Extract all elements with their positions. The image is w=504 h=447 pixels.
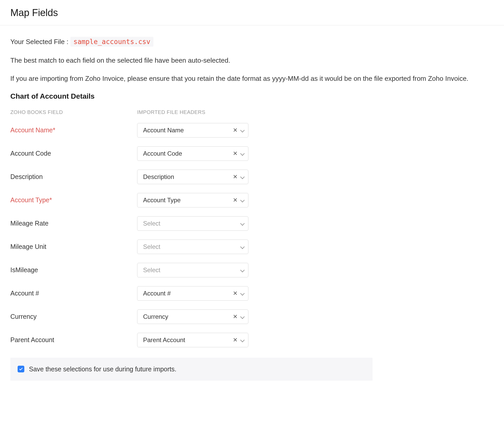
zoho-invoice-note: If you are importing from Zoho Invoice, …: [10, 74, 494, 83]
clear-icon[interactable]: ✕: [232, 173, 239, 181]
chevron-down-icon[interactable]: [240, 128, 245, 133]
mapping-row: Account Name*Account Name✕: [10, 123, 494, 138]
field-label: Currency: [10, 313, 137, 320]
mapping-select[interactable]: Select: [137, 263, 248, 277]
mapping-select-wrap: Select: [137, 240, 248, 254]
mapping-row: CurrencyCurrency✕: [10, 309, 494, 324]
field-label: IsMileage: [10, 266, 137, 274]
selected-file-chip: sample_accounts.csv: [70, 37, 153, 47]
save-selections-label: Save these selections for use during fut…: [29, 365, 176, 373]
select-icons: [240, 240, 245, 254]
mapping-select-wrap: Description✕: [137, 170, 248, 184]
mapping-rows: Account Name*Account Name✕Account CodeAc…: [10, 123, 494, 347]
mapping-select-wrap: Select: [137, 263, 248, 277]
mapping-row: Parent AccountParent Account✕: [10, 333, 494, 347]
mapping-select-wrap: Account #✕: [137, 286, 248, 301]
field-label: Mileage Unit: [10, 243, 137, 250]
mapping-select-wrap: Account Type✕: [137, 193, 248, 207]
field-label: Account #: [10, 290, 137, 297]
mapping-select-wrap: Currency✕: [137, 309, 248, 324]
chevron-down-icon[interactable]: [240, 175, 245, 179]
mapping-select[interactable]: Select: [137, 240, 248, 254]
field-label: Parent Account: [10, 336, 137, 344]
select-icons: ✕: [232, 286, 245, 301]
mapping-column-headers: ZOHO BOOKS FIELD IMPORTED FILE HEADERS: [10, 109, 494, 115]
auto-match-note: The best match to each field on the sele…: [10, 56, 494, 65]
column-header-imported-header: IMPORTED FILE HEADERS: [137, 109, 248, 115]
clear-icon[interactable]: ✕: [232, 313, 239, 321]
mapping-select-wrap: Select: [137, 216, 248, 231]
field-label: Mileage Rate: [10, 220, 137, 227]
chevron-down-icon[interactable]: [240, 244, 245, 249]
chevron-down-icon[interactable]: [240, 268, 245, 272]
select-icons: [240, 216, 245, 231]
mapping-row: Mileage RateSelect: [10, 216, 494, 231]
mapping-select-wrap: Account Code✕: [137, 146, 248, 161]
mapping-select-wrap: Parent Account✕: [137, 333, 248, 347]
select-icons: ✕: [232, 146, 245, 161]
select-icons: ✕: [232, 123, 245, 138]
chevron-down-icon[interactable]: [240, 221, 245, 226]
select-icons: ✕: [232, 333, 245, 347]
clear-icon[interactable]: ✕: [232, 336, 239, 344]
select-icons: [240, 263, 245, 277]
select-icons: ✕: [232, 309, 245, 324]
mapping-select-wrap: Account Name✕: [137, 123, 248, 138]
save-selections-bar: Save these selections for use during fut…: [10, 358, 373, 381]
clear-icon[interactable]: ✕: [232, 126, 239, 134]
select-icons: ✕: [232, 170, 245, 184]
mapping-row: Account #Account #✕: [10, 286, 494, 301]
mapping-row: DescriptionDescription✕: [10, 170, 494, 184]
selected-file-prefix: Your Selected File :: [10, 38, 70, 46]
field-label: Account Code: [10, 150, 137, 157]
mapping-row: IsMileageSelect: [10, 263, 494, 277]
save-selections-checkbox[interactable]: [18, 366, 24, 372]
clear-icon[interactable]: ✕: [232, 150, 239, 157]
section-title: Chart of Account Details: [10, 92, 494, 100]
chevron-down-icon[interactable]: [240, 198, 245, 203]
field-label: Account Type*: [10, 196, 137, 204]
page-title: Map Fields: [10, 7, 494, 18]
check-icon: [19, 367, 23, 371]
field-label: Description: [10, 173, 137, 181]
chevron-down-icon[interactable]: [240, 151, 245, 156]
content-area: Your Selected File : sample_accounts.csv…: [0, 25, 504, 391]
mapping-row: Account Type*Account Type✕: [10, 193, 494, 207]
clear-icon[interactable]: ✕: [232, 196, 239, 204]
mapping-row: Mileage UnitSelect: [10, 240, 494, 254]
select-icons: ✕: [232, 193, 245, 207]
chevron-down-icon[interactable]: [240, 291, 245, 296]
column-header-zoho-field: ZOHO BOOKS FIELD: [10, 109, 137, 115]
selected-file-line: Your Selected File : sample_accounts.csv: [10, 38, 494, 46]
page-header: Map Fields: [0, 0, 504, 25]
chevron-down-icon[interactable]: [240, 338, 245, 342]
mapping-row: Account CodeAccount Code✕: [10, 146, 494, 161]
mapping-select[interactable]: Select: [137, 216, 248, 231]
chevron-down-icon[interactable]: [240, 314, 245, 319]
field-label: Account Name*: [10, 126, 137, 134]
clear-icon[interactable]: ✕: [232, 290, 239, 297]
